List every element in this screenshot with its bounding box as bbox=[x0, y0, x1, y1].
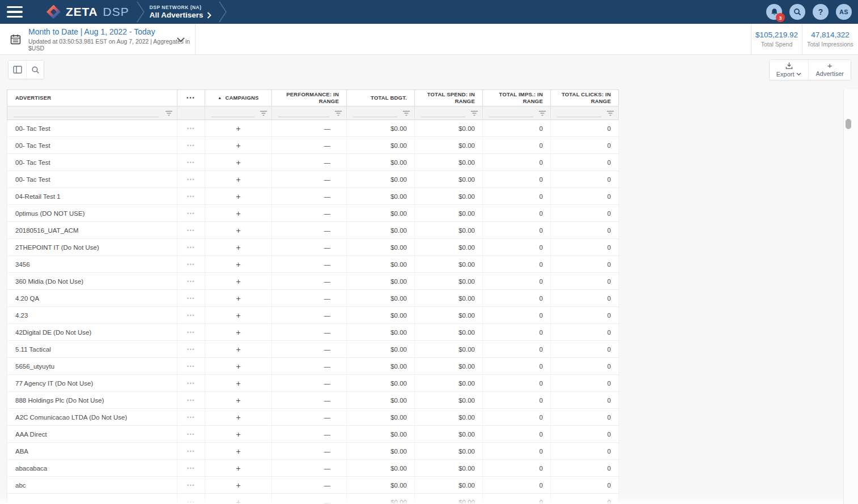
advertiser-name-cell[interactable]: 4.23 bbox=[7, 307, 177, 323]
row-menu-icon[interactable]: ••• bbox=[187, 211, 195, 216]
row-menu-icon[interactable]: ••• bbox=[187, 465, 195, 471]
advertiser-name-cell[interactable]: 42Digital DE (Do Not Use) bbox=[7, 324, 177, 340]
advertiser-name-cell[interactable]: A2C Comunicacao LTDA (Do Not Use) bbox=[7, 409, 177, 425]
export-button[interactable]: Export bbox=[770, 60, 809, 80]
column-header-campaigns[interactable]: ▲ CAMPAIGNS bbox=[205, 90, 272, 106]
filter-icon[interactable] bbox=[538, 110, 546, 116]
column-header-total-budget[interactable]: TOTAL BDGT. bbox=[347, 90, 415, 106]
expand-campaigns-icon[interactable]: + bbox=[236, 481, 240, 490]
filter-icon[interactable] bbox=[402, 110, 410, 116]
expand-campaigns-icon[interactable]: + bbox=[236, 430, 240, 439]
row-menu-icon[interactable]: ••• bbox=[187, 177, 195, 182]
date-range-picker[interactable]: Month to Date | Aug 1, 2022 - Today Upda… bbox=[0, 24, 196, 54]
filter-icon[interactable] bbox=[470, 110, 478, 116]
advertiser-name-cell[interactable]: 888 Holdings Plc (Do Not Use) bbox=[7, 392, 177, 408]
clicks-filter-input[interactable] bbox=[557, 117, 601, 117]
advertiser-name-cell[interactable]: 00- Tac Test bbox=[7, 154, 177, 170]
row-menu-icon[interactable]: ••• bbox=[187, 160, 195, 165]
expand-campaigns-icon[interactable]: + bbox=[236, 362, 240, 371]
menu-icon[interactable] bbox=[7, 6, 23, 18]
expand-campaigns-icon[interactable]: + bbox=[236, 124, 240, 133]
expand-campaigns-icon[interactable]: + bbox=[236, 158, 240, 167]
budget-filter-input[interactable] bbox=[353, 117, 397, 117]
expand-campaigns-icon[interactable]: + bbox=[236, 328, 240, 337]
advertiser-name-cell[interactable]: 0ptimus (DO NOT USE) bbox=[7, 205, 177, 221]
notifications-button[interactable]: 3 bbox=[766, 4, 782, 20]
row-menu-icon[interactable]: ••• bbox=[187, 381, 195, 386]
advertiser-name-cell[interactable]: 5.11 Tactical bbox=[7, 341, 177, 357]
column-header-total-clicks[interactable]: TOTAL CLICKS: IN RANGE bbox=[551, 90, 619, 106]
advertiser-name-cell[interactable]: ABA bbox=[7, 443, 177, 459]
breadcrumb[interactable]: DSP NETWORK (NA) All Advertisers bbox=[150, 5, 212, 19]
advertiser-name-cell[interactable]: abc bbox=[7, 477, 177, 493]
row-menu-icon[interactable]: ••• bbox=[187, 330, 195, 335]
user-avatar[interactable]: AS bbox=[836, 4, 852, 20]
expand-campaigns-icon[interactable]: + bbox=[236, 413, 240, 422]
column-header-advertiser[interactable]: ADVERTISER bbox=[7, 90, 177, 106]
expand-campaigns-icon[interactable]: + bbox=[236, 277, 240, 286]
advertiser-filter-input[interactable] bbox=[14, 117, 159, 117]
help-button[interactable]: ? bbox=[813, 4, 829, 20]
row-menu-icon[interactable]: ••• bbox=[187, 347, 195, 352]
row-menu-icon[interactable]: ••• bbox=[187, 279, 195, 284]
column-header-total-spend[interactable]: TOTAL SPEND: IN RANGE bbox=[415, 90, 483, 106]
expand-campaigns-icon[interactable]: + bbox=[236, 260, 240, 269]
row-menu-icon[interactable]: ••• bbox=[187, 194, 195, 199]
impressions-filter-input[interactable] bbox=[489, 117, 533, 117]
advertiser-name-cell[interactable] bbox=[7, 494, 177, 504]
filter-icon[interactable] bbox=[606, 110, 614, 116]
row-menu-icon[interactable]: ••• bbox=[187, 296, 195, 301]
row-menu-icon[interactable]: ••• bbox=[187, 313, 195, 318]
advertiser-name-cell[interactable]: 04-Retail Test 1 bbox=[7, 188, 177, 204]
expand-campaigns-icon[interactable]: + bbox=[236, 311, 240, 320]
scrollbar-thumb[interactable] bbox=[846, 119, 851, 129]
performance-filter-input[interactable] bbox=[278, 117, 329, 117]
filter-icon[interactable] bbox=[334, 110, 342, 116]
spend-filter-input[interactable] bbox=[421, 117, 465, 117]
row-menu-icon[interactable]: ••• bbox=[187, 432, 195, 437]
row-menu-icon[interactable]: ••• bbox=[187, 262, 195, 267]
filter-icon[interactable] bbox=[260, 110, 267, 116]
row-menu-icon[interactable]: ••• bbox=[187, 126, 195, 131]
expand-campaigns-icon[interactable]: + bbox=[236, 175, 240, 184]
vertical-scrollbar[interactable] bbox=[843, 89, 858, 504]
advertiser-name-cell[interactable]: 00- Tac Test bbox=[7, 171, 177, 187]
advertiser-name-cell[interactable]: 4.20 QA bbox=[7, 290, 177, 306]
expand-campaigns-icon[interactable]: + bbox=[236, 464, 240, 473]
row-menu-icon[interactable]: ••• bbox=[187, 449, 195, 454]
expand-campaigns-icon[interactable]: + bbox=[236, 345, 240, 354]
column-header-performance[interactable]: PERFORMANCE: IN RANGE bbox=[272, 90, 347, 106]
row-menu-icon[interactable]: ••• bbox=[187, 364, 195, 369]
advertiser-name-cell[interactable]: 3456 bbox=[7, 256, 177, 272]
zeta-dsp-logo[interactable]: ZETA DSP bbox=[46, 5, 129, 19]
advertiser-name-cell[interactable]: AAA Direct bbox=[7, 426, 177, 442]
expand-campaigns-icon[interactable]: + bbox=[236, 379, 240, 388]
advertiser-name-cell[interactable]: 2THEPOINT IT (Do Not Use) bbox=[7, 239, 177, 255]
row-menu-icon[interactable]: ••• bbox=[187, 228, 195, 233]
advertiser-name-cell[interactable]: 77 Agency IT (Do Not Use) bbox=[7, 375, 177, 391]
row-menu-icon[interactable]: ••• bbox=[187, 245, 195, 250]
expand-campaigns-icon[interactable]: + bbox=[236, 498, 240, 504]
column-header-total-impressions[interactable]: TOTAL IMPS.: IN RANGE bbox=[483, 90, 551, 106]
expand-campaigns-icon[interactable]: + bbox=[236, 294, 240, 303]
advertiser-name-cell[interactable]: 5656_utyuytu bbox=[7, 358, 177, 374]
row-menu-icon[interactable]: ••• bbox=[187, 415, 195, 420]
row-menu-icon[interactable]: ••• bbox=[187, 499, 195, 504]
advertiser-name-cell[interactable]: abacabaca bbox=[7, 460, 177, 476]
advertiser-name-cell[interactable]: 360 Midia (Do Not Use) bbox=[7, 273, 177, 289]
expand-campaigns-icon[interactable]: + bbox=[236, 226, 240, 235]
row-menu-icon[interactable]: ••• bbox=[187, 398, 195, 403]
add-advertiser-button[interactable]: + Advertiser bbox=[808, 60, 851, 80]
expand-campaigns-icon[interactable]: + bbox=[236, 209, 240, 218]
expand-campaigns-icon[interactable]: + bbox=[236, 447, 240, 456]
expand-campaigns-icon[interactable]: + bbox=[236, 243, 240, 252]
campaigns-filter-input[interactable] bbox=[211, 117, 254, 117]
advertiser-name-cell[interactable]: 20180516_UAT_ACM bbox=[7, 222, 177, 238]
advertiser-name-cell[interactable]: 00- Tac Test bbox=[7, 137, 177, 153]
row-menu-icon[interactable]: ••• bbox=[187, 482, 195, 488]
search-button[interactable] bbox=[789, 4, 805, 20]
expand-campaigns-icon[interactable]: + bbox=[236, 396, 240, 405]
advertiser-name-cell[interactable]: 00- Tac Test bbox=[7, 120, 177, 136]
filter-icon[interactable] bbox=[165, 110, 173, 116]
grid-search-button[interactable] bbox=[26, 61, 44, 79]
